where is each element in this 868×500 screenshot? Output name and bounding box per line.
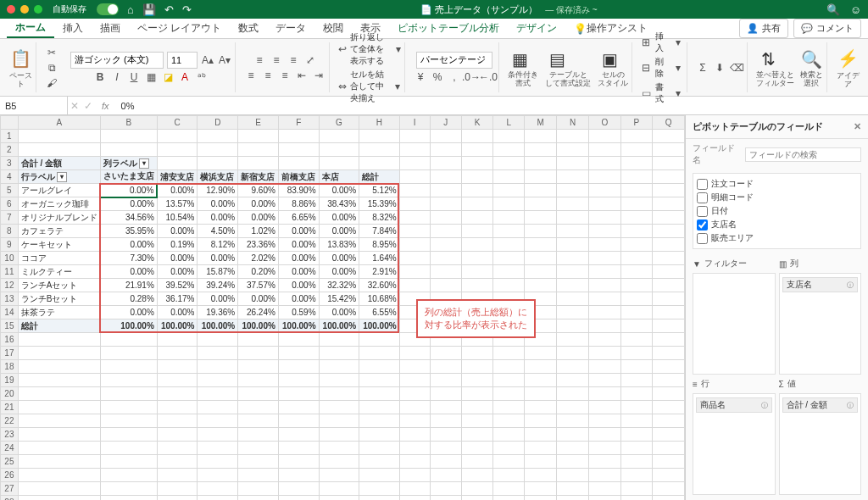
- row-header[interactable]: 3: [1, 157, 19, 170]
- cell[interactable]: [588, 455, 620, 469]
- cell[interactable]: [18, 130, 100, 143]
- cell[interactable]: [525, 469, 557, 482]
- field-checkbox[interactable]: [697, 179, 708, 190]
- close-pane-icon[interactable]: ✕: [854, 121, 861, 132]
- cell[interactable]: [430, 469, 461, 482]
- cell[interactable]: [198, 333, 238, 347]
- cell[interactable]: [525, 442, 557, 455]
- cell[interactable]: [430, 279, 461, 292]
- cell[interactable]: [493, 238, 525, 252]
- home-icon[interactable]: ⌂: [127, 3, 134, 16]
- cell[interactable]: [278, 455, 319, 469]
- cell[interactable]: [100, 455, 157, 469]
- cell[interactable]: [653, 292, 685, 306]
- cell-styles-icon[interactable]: ▣: [598, 47, 621, 71]
- cell[interactable]: [525, 374, 557, 387]
- cell[interactable]: [278, 347, 319, 360]
- cell[interactable]: [278, 333, 319, 347]
- cell[interactable]: [588, 157, 620, 170]
- cell[interactable]: [399, 170, 430, 184]
- cell[interactable]: [157, 374, 198, 387]
- field-list[interactable]: 注文コード 明細コード 日付 支店名 販売エリア: [693, 173, 861, 249]
- cell[interactable]: [399, 496, 430, 501]
- cell[interactable]: [430, 130, 461, 143]
- cell[interactable]: [461, 469, 492, 482]
- cell[interactable]: [588, 184, 620, 197]
- font-size-input[interactable]: [167, 52, 198, 69]
- increase-decimal-icon[interactable]: .0→: [465, 70, 478, 84]
- save-icon[interactable]: 💾: [142, 3, 156, 16]
- cell[interactable]: [18, 401, 100, 414]
- cell[interactable]: 21.91%: [100, 279, 157, 292]
- cell[interactable]: [557, 265, 589, 279]
- cell[interactable]: [525, 360, 557, 374]
- insert-cells-icon[interactable]: ⊞: [641, 36, 652, 49]
- cell[interactable]: [620, 130, 652, 143]
- cell[interactable]: [359, 482, 400, 496]
- cell[interactable]: [319, 442, 359, 455]
- row-header[interactable]: 14: [1, 306, 19, 319]
- cell[interactable]: [493, 170, 525, 184]
- cell[interactable]: [653, 333, 685, 347]
- cell[interactable]: [430, 360, 461, 374]
- cell[interactable]: [557, 319, 589, 333]
- cell[interactable]: 37.57%: [238, 279, 279, 292]
- indent-dec-icon[interactable]: ⇤: [295, 69, 309, 82]
- cell[interactable]: [653, 170, 685, 184]
- redo-icon[interactable]: ↷: [182, 3, 192, 16]
- cell[interactable]: [525, 265, 557, 279]
- cell[interactable]: [557, 496, 589, 501]
- cell[interactable]: [238, 442, 279, 455]
- indent-inc-icon[interactable]: ⇥: [312, 69, 326, 82]
- cell[interactable]: [493, 143, 525, 157]
- table-format-icon[interactable]: ▤: [545, 47, 569, 71]
- cell[interactable]: [359, 360, 400, 374]
- cell[interactable]: 7.84%: [359, 225, 400, 238]
- cell[interactable]: 8.95%: [359, 238, 400, 252]
- column-header[interactable]: J: [430, 116, 461, 130]
- cell[interactable]: [18, 360, 100, 374]
- cell[interactable]: [525, 157, 557, 170]
- autosum-icon[interactable]: Σ: [696, 61, 709, 75]
- field-list-item[interactable]: 支店名: [697, 218, 857, 231]
- formula-input[interactable]: 0%: [116, 101, 868, 111]
- cell[interactable]: [620, 442, 652, 455]
- cell[interactable]: [588, 265, 620, 279]
- cell[interactable]: カフェラテ: [18, 225, 100, 238]
- cell[interactable]: 2.91%: [359, 265, 400, 279]
- cell[interactable]: [588, 279, 620, 292]
- cell[interactable]: [620, 455, 652, 469]
- cell[interactable]: 横浜支店: [198, 170, 238, 184]
- cell[interactable]: 0.00%: [100, 197, 157, 211]
- cell[interactable]: [399, 238, 430, 252]
- column-header[interactable]: M: [525, 116, 557, 130]
- cell[interactable]: [525, 130, 557, 143]
- cell[interactable]: 15.42%: [319, 292, 359, 306]
- cell[interactable]: [493, 374, 525, 387]
- cell[interactable]: [525, 347, 557, 360]
- cell[interactable]: [620, 347, 652, 360]
- cell[interactable]: [461, 482, 492, 496]
- cell[interactable]: [620, 197, 652, 211]
- cell[interactable]: 0.00%: [238, 197, 279, 211]
- cell[interactable]: [461, 414, 492, 428]
- cell[interactable]: 0.28%: [100, 292, 157, 306]
- column-header[interactable]: L: [493, 116, 525, 130]
- italic-icon[interactable]: I: [110, 70, 124, 84]
- cell[interactable]: [157, 442, 198, 455]
- columns-drop-area[interactable]: 支店名ⓘ: [779, 273, 862, 375]
- cell[interactable]: 0.00%: [319, 252, 359, 265]
- cell[interactable]: [157, 387, 198, 401]
- column-header[interactable]: I: [399, 116, 430, 130]
- close-window-icon[interactable]: [7, 5, 15, 14]
- cell[interactable]: [198, 496, 238, 501]
- cell[interactable]: [18, 455, 100, 469]
- border-icon[interactable]: ▦: [144, 70, 158, 84]
- row-header[interactable]: 21: [1, 401, 19, 414]
- cell[interactable]: [399, 414, 430, 428]
- cell[interactable]: [525, 197, 557, 211]
- cell[interactable]: [461, 428, 492, 442]
- cell[interactable]: [238, 333, 279, 347]
- decrease-font-icon[interactable]: A▾: [218, 53, 231, 67]
- cell[interactable]: [157, 496, 198, 501]
